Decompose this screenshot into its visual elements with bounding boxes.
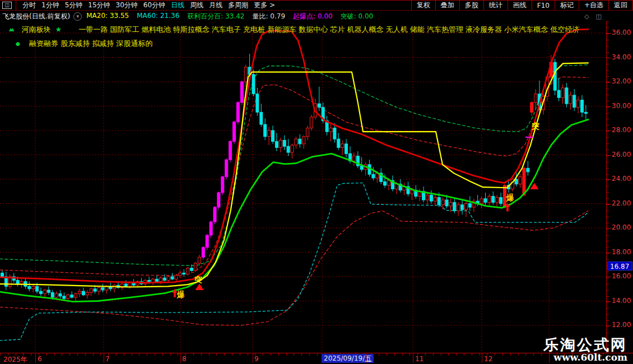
candle-body <box>28 286 31 288</box>
period-tab-1分钟[interactable]: 1分钟 <box>41 1 59 10</box>
diamond-icon[interactable]: ◇ <box>584 13 589 20</box>
candle-body <box>457 205 460 211</box>
period-tab-周线[interactable]: 周线 <box>190 1 203 10</box>
toolbar-button-标记[interactable]: 标记 <box>555 1 579 10</box>
toolbar-button-多股[interactable]: 多股 <box>459 1 483 10</box>
candle-body <box>480 199 483 204</box>
toolbar-button-叠加[interactable]: 叠加 <box>435 1 459 10</box>
candle-body <box>360 166 363 170</box>
overlay-trend-line <box>0 29 588 282</box>
candle-body <box>97 288 100 292</box>
candle-body <box>372 174 375 178</box>
panel-icon[interactable]: ◫ <box>596 13 602 20</box>
candle-body <box>233 122 236 142</box>
candle-body <box>584 112 587 113</box>
candle-body <box>236 102 239 122</box>
candle-body <box>453 202 456 211</box>
period-tab-30分钟[interactable]: 30分钟 <box>116 1 138 10</box>
period-tab-60分钟[interactable]: 60分钟 <box>143 1 165 10</box>
price-tick-label: 34.00 <box>612 53 631 61</box>
candle-body <box>1 273 4 277</box>
layout-icon[interactable]: ◫ <box>2 2 12 9</box>
toolbar-button-返回[interactable]: 返回 <box>608 1 633 10</box>
price-tick-mark <box>607 179 611 180</box>
concept-tags-line1[interactable]: 一带一路 国防军工 燃料电池 特斯拉概念 汽车电子 充电桩 新能源车 数据中心 … <box>78 25 579 34</box>
period-tab-15分钟[interactable]: 15分钟 <box>88 1 110 10</box>
candle-body <box>86 292 89 295</box>
candle-body <box>279 140 282 147</box>
candle-body <box>101 288 104 290</box>
toolbar-button-复权[interactable]: 复权 <box>411 1 435 10</box>
board-tag[interactable]: 河南板块 <box>21 25 50 34</box>
candle-body <box>441 200 444 205</box>
candle-body <box>395 184 398 189</box>
chevron-down-icon[interactable]: ▾ <box>73 12 82 21</box>
candle-body <box>240 82 243 102</box>
concept-tags-row2: ● 融资融券 股东减持 拟减持 深股通标的 <box>16 39 152 49</box>
candle-body <box>264 124 267 137</box>
toolbar-button-+自选[interactable]: +自选 <box>579 1 608 10</box>
stock-info-bar: 飞龙股份(日线.前复权) ▾ MA20: 33.55MA60: 21.36获利百… <box>0 11 633 21</box>
candle-body <box>163 278 166 280</box>
toolbar-button-F10[interactable]: F10 <box>532 1 555 10</box>
candle-body <box>468 204 471 208</box>
overlay-support-line <box>0 119 588 301</box>
candle-body <box>581 100 584 113</box>
candle-body <box>167 277 170 281</box>
watermark-url: www.60lt.com <box>543 353 627 363</box>
signal-triangle <box>196 283 204 290</box>
price-tick-mark <box>607 301 611 302</box>
price-tick-mark <box>607 155 611 156</box>
candle-body <box>225 160 228 176</box>
price-tick-label: 12.00 <box>612 321 631 329</box>
candle-body <box>82 291 85 295</box>
candle-body <box>484 199 487 203</box>
price-axis[interactable]: 16.87 36.0034.0032.0030.0028.0026.0024.0… <box>606 21 633 353</box>
candle-body <box>573 95 576 108</box>
trading-app-window: ◫ 分时1分钟5分钟15分钟30分钟60分钟日线周线月线多周期更多 > 复权叠加… <box>0 0 633 364</box>
overlay-band-upper <box>0 77 588 276</box>
candle-body <box>275 142 278 148</box>
price-tick-label: 24.00 <box>612 175 631 183</box>
candle-body <box>198 257 201 263</box>
candle-body <box>461 205 464 210</box>
toolbar-button-画线[interactable]: 画线 <box>508 1 532 10</box>
period-tab-分时[interactable]: 分时 <box>22 1 36 10</box>
candle-body <box>51 292 54 297</box>
candle-body <box>530 102 533 112</box>
signal-text-爆: 爆 <box>176 290 185 299</box>
candle-body <box>329 128 332 132</box>
period-tab-日线[interactable]: 日线 <box>171 1 184 10</box>
month-separator <box>35 353 36 363</box>
stock-title: 飞龙股份(日线.前复权) <box>2 12 70 21</box>
candlestick-chart[interactable]: 爆突爆突 <box>0 21 606 353</box>
price-tick-mark <box>607 325 611 326</box>
candle-body <box>128 283 131 287</box>
price-tick-mark <box>607 106 611 107</box>
candle-body <box>352 156 355 161</box>
toolbar-button-统计[interactable]: 统计 <box>483 1 508 10</box>
candle-body <box>90 289 92 293</box>
star-icon: ★ <box>55 25 62 34</box>
period-tab-多周期[interactable]: 多周期 <box>228 1 248 10</box>
period-tab-5分钟[interactable]: 5分钟 <box>65 1 83 10</box>
indicator-MA20: MA20: 33.55 <box>86 12 129 21</box>
period-tab-更多 >[interactable]: 更多 > <box>254 1 275 10</box>
candle-body <box>210 222 212 235</box>
candle-body <box>577 100 580 108</box>
price-tick-mark <box>607 82 611 82</box>
period-tab-月线[interactable]: 月线 <box>209 1 222 10</box>
indicator-values: MA20: 33.55MA60: 21.36获利百分百: 33.42量比: 0.… <box>86 12 381 21</box>
candle-body <box>465 204 468 210</box>
candle-body <box>515 179 518 184</box>
date-axis[interactable]: 2025年 2025/09/19/五 67891112 <box>0 353 633 364</box>
candle-body <box>287 146 290 152</box>
candle-body <box>488 196 491 202</box>
candle-body <box>183 273 185 274</box>
candle-body <box>302 137 305 144</box>
candle-body <box>534 94 537 102</box>
indicator-MA60: MA60: 21.36 <box>137 12 179 21</box>
concept-tags-line2[interactable]: 融资融券 股东减持 拟减持 深股通标的 <box>29 39 152 48</box>
price-tick-label: 22.00 <box>612 199 631 207</box>
signal-text-突: 突 <box>194 275 202 284</box>
